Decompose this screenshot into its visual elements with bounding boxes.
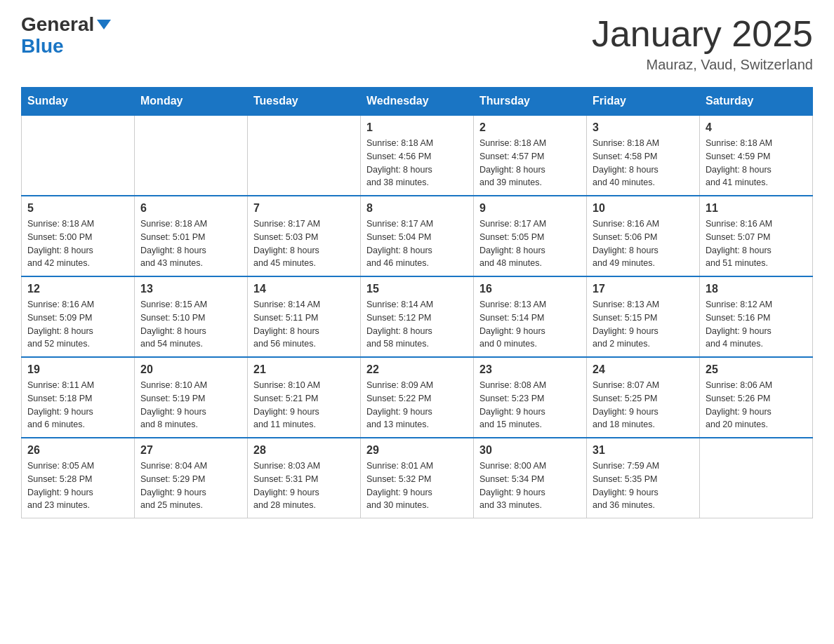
calendar-cell: 5Sunrise: 8:18 AM Sunset: 5:00 PM Daylig… — [22, 196, 135, 276]
day-number: 4 — [706, 121, 807, 134]
day-info: Sunrise: 8:00 AM Sunset: 5:34 PM Dayligh… — [479, 459, 581, 512]
calendar-cell: 13Sunrise: 8:15 AM Sunset: 5:10 PM Dayli… — [135, 276, 248, 357]
weekday-header-saturday: Saturday — [700, 88, 813, 116]
day-number: 23 — [479, 363, 581, 376]
day-info: Sunrise: 8:18 AM Sunset: 5:00 PM Dayligh… — [27, 217, 128, 270]
calendar-cell: 18Sunrise: 8:12 AM Sunset: 5:16 PM Dayli… — [700, 276, 813, 357]
day-info: Sunrise: 8:14 AM Sunset: 5:12 PM Dayligh… — [366, 298, 468, 351]
day-info: Sunrise: 8:18 AM Sunset: 5:01 PM Dayligh… — [140, 217, 241, 270]
month-title: January 2025 — [592, 14, 813, 54]
day-info: Sunrise: 8:17 AM Sunset: 5:04 PM Dayligh… — [366, 217, 468, 270]
calendar-cell: 31Sunrise: 7:59 AM Sunset: 5:35 PM Dayli… — [587, 438, 700, 518]
calendar-cell: 1Sunrise: 8:18 AM Sunset: 4:56 PM Daylig… — [361, 115, 474, 196]
calendar-cell — [248, 115, 361, 196]
day-number: 24 — [593, 363, 694, 376]
calendar-cell: 24Sunrise: 8:07 AM Sunset: 5:25 PM Dayli… — [587, 357, 700, 438]
day-info: Sunrise: 8:13 AM Sunset: 5:14 PM Dayligh… — [479, 298, 581, 351]
calendar-cell: 14Sunrise: 8:14 AM Sunset: 5:11 PM Dayli… — [248, 276, 361, 357]
calendar-cell: 12Sunrise: 8:16 AM Sunset: 5:09 PM Dayli… — [22, 276, 135, 357]
day-number: 10 — [593, 202, 694, 215]
day-number: 2 — [479, 121, 581, 134]
weekday-header-monday: Monday — [135, 88, 248, 116]
calendar-cell: 30Sunrise: 8:00 AM Sunset: 5:34 PM Dayli… — [474, 438, 587, 518]
day-number: 19 — [27, 363, 128, 376]
day-number: 26 — [27, 444, 128, 457]
day-info: Sunrise: 8:04 AM Sunset: 5:29 PM Dayligh… — [140, 459, 241, 512]
calendar-cell: 8Sunrise: 8:17 AM Sunset: 5:04 PM Daylig… — [361, 196, 474, 276]
day-info: Sunrise: 8:18 AM Sunset: 4:58 PM Dayligh… — [593, 137, 694, 189]
day-info: Sunrise: 8:17 AM Sunset: 5:03 PM Dayligh… — [253, 217, 355, 270]
day-info: Sunrise: 8:18 AM Sunset: 4:59 PM Dayligh… — [706, 137, 807, 189]
day-number: 1 — [366, 121, 468, 134]
location: Mauraz, Vaud, Switzerland — [592, 57, 813, 73]
day-number: 3 — [593, 121, 694, 134]
calendar-cell: 6Sunrise: 8:18 AM Sunset: 5:01 PM Daylig… — [135, 196, 248, 276]
day-number: 6 — [140, 202, 241, 215]
calendar-cell: 22Sunrise: 8:09 AM Sunset: 5:22 PM Dayli… — [361, 357, 474, 438]
logo-general-text: General — [21, 13, 94, 35]
day-info: Sunrise: 8:03 AM Sunset: 5:31 PM Dayligh… — [253, 459, 355, 512]
day-info: Sunrise: 8:17 AM Sunset: 5:05 PM Dayligh… — [479, 217, 581, 270]
title-area: January 2025 Mauraz, Vaud, Switzerland — [592, 14, 813, 73]
day-info: Sunrise: 8:01 AM Sunset: 5:32 PM Dayligh… — [366, 459, 468, 512]
logo-triangle-icon — [97, 20, 111, 29]
calendar-table: SundayMondayTuesdayWednesdayThursdayFrid… — [21, 87, 813, 518]
day-info: Sunrise: 8:10 AM Sunset: 5:21 PM Dayligh… — [253, 379, 355, 431]
calendar-header-row: SundayMondayTuesdayWednesdayThursdayFrid… — [22, 88, 813, 116]
calendar-cell: 11Sunrise: 8:16 AM Sunset: 5:07 PM Dayli… — [700, 196, 813, 276]
day-info: Sunrise: 8:16 AM Sunset: 5:09 PM Dayligh… — [27, 298, 128, 351]
day-info: Sunrise: 8:08 AM Sunset: 5:23 PM Dayligh… — [479, 379, 581, 431]
weekday-header-thursday: Thursday — [474, 88, 587, 116]
calendar-cell: 19Sunrise: 8:11 AM Sunset: 5:18 PM Dayli… — [22, 357, 135, 438]
day-info: Sunrise: 8:10 AM Sunset: 5:19 PM Dayligh… — [140, 379, 241, 431]
day-number: 22 — [366, 363, 468, 376]
calendar-cell: 2Sunrise: 8:18 AM Sunset: 4:57 PM Daylig… — [474, 115, 587, 196]
calendar-cell: 16Sunrise: 8:13 AM Sunset: 5:14 PM Dayli… — [474, 276, 587, 357]
day-number: 8 — [366, 202, 468, 215]
day-info: Sunrise: 8:16 AM Sunset: 5:07 PM Dayligh… — [706, 217, 807, 270]
day-info: Sunrise: 8:12 AM Sunset: 5:16 PM Dayligh… — [706, 298, 807, 351]
calendar-cell — [22, 115, 135, 196]
day-info: Sunrise: 8:09 AM Sunset: 5:22 PM Dayligh… — [366, 379, 468, 431]
day-info: Sunrise: 8:16 AM Sunset: 5:06 PM Dayligh… — [593, 217, 694, 270]
calendar-cell: 23Sunrise: 8:08 AM Sunset: 5:23 PM Dayli… — [474, 357, 587, 438]
day-info: Sunrise: 8:05 AM Sunset: 5:28 PM Dayligh… — [27, 459, 128, 512]
day-number: 31 — [593, 444, 694, 457]
day-number: 9 — [479, 202, 581, 215]
day-info: Sunrise: 8:06 AM Sunset: 5:26 PM Dayligh… — [706, 379, 807, 431]
day-number: 14 — [253, 283, 355, 295]
calendar-week-row: 5Sunrise: 8:18 AM Sunset: 5:00 PM Daylig… — [22, 196, 813, 276]
calendar-cell — [700, 438, 813, 518]
day-number: 27 — [140, 444, 241, 457]
day-number: 7 — [253, 202, 355, 215]
calendar-cell: 9Sunrise: 8:17 AM Sunset: 5:05 PM Daylig… — [474, 196, 587, 276]
day-number: 12 — [27, 283, 128, 295]
logo-blue-text: Blue — [21, 36, 111, 58]
day-number: 20 — [140, 363, 241, 376]
calendar-week-row: 12Sunrise: 8:16 AM Sunset: 5:09 PM Dayli… — [22, 276, 813, 357]
calendar-week-row: 26Sunrise: 8:05 AM Sunset: 5:28 PM Dayli… — [22, 438, 813, 518]
calendar-cell: 15Sunrise: 8:14 AM Sunset: 5:12 PM Dayli… — [361, 276, 474, 357]
calendar-cell — [135, 115, 248, 196]
day-number: 28 — [253, 444, 355, 457]
logo: General Blue — [21, 14, 111, 58]
day-number: 13 — [140, 283, 241, 295]
calendar-cell: 28Sunrise: 8:03 AM Sunset: 5:31 PM Dayli… — [248, 438, 361, 518]
calendar-cell: 29Sunrise: 8:01 AM Sunset: 5:32 PM Dayli… — [361, 438, 474, 518]
calendar-cell: 17Sunrise: 8:13 AM Sunset: 5:15 PM Dayli… — [587, 276, 700, 357]
page-header: General Blue January 2025 Mauraz, Vaud, … — [21, 14, 813, 73]
day-number: 30 — [479, 444, 581, 457]
calendar-cell: 4Sunrise: 8:18 AM Sunset: 4:59 PM Daylig… — [700, 115, 813, 196]
day-number: 5 — [27, 202, 128, 215]
day-info: Sunrise: 7:59 AM Sunset: 5:35 PM Dayligh… — [593, 459, 694, 512]
weekday-header-friday: Friday — [587, 88, 700, 116]
day-info: Sunrise: 8:13 AM Sunset: 5:15 PM Dayligh… — [593, 298, 694, 351]
calendar-cell: 21Sunrise: 8:10 AM Sunset: 5:21 PM Dayli… — [248, 357, 361, 438]
day-number: 29 — [366, 444, 468, 457]
day-info: Sunrise: 8:15 AM Sunset: 5:10 PM Dayligh… — [140, 298, 241, 351]
day-number: 16 — [479, 283, 581, 295]
day-info: Sunrise: 8:07 AM Sunset: 5:25 PM Dayligh… — [593, 379, 694, 431]
calendar-cell: 20Sunrise: 8:10 AM Sunset: 5:19 PM Dayli… — [135, 357, 248, 438]
day-info: Sunrise: 8:18 AM Sunset: 4:56 PM Dayligh… — [366, 137, 468, 189]
day-number: 11 — [706, 202, 807, 215]
